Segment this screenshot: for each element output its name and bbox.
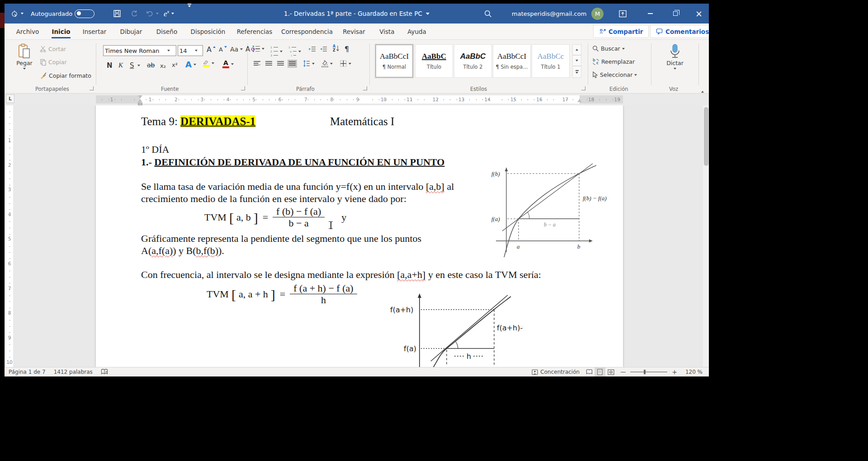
account-avatar[interactable]: M	[591, 4, 604, 24]
tab-disposicion[interactable]: Disposición	[189, 24, 227, 39]
tab-diseno[interactable]: Diseño	[154, 24, 180, 39]
superscript-button[interactable]: x²	[172, 61, 178, 68]
zoom-level[interactable]: 120 %	[681, 367, 709, 376]
font-size-combo[interactable]: 14	[178, 45, 203, 56]
italic-button[interactable]: K	[118, 61, 123, 69]
font-color-button[interactable]: A	[222, 60, 234, 68]
style-sin-espaciado[interactable]: AaBbCcI ¶ Sin espa...	[493, 44, 531, 78]
doc-heading[interactable]: 1.- DEFINICIÓN DE DERIVADA DE UNA FUNCIÓ…	[141, 156, 444, 168]
styles-dialog-launcher[interactable]	[581, 86, 585, 90]
strikethrough-button[interactable]: ab	[147, 61, 155, 69]
select-button[interactable]: Seleccionar	[592, 71, 637, 78]
bullets-button[interactable]	[253, 46, 264, 52]
numbering-button[interactable]: 1 2 3	[270, 46, 283, 57]
style-titulo-1[interactable]: AaBbCc Título 1	[532, 44, 570, 78]
formula-tvm-aah[interactable]: TVM[a, a + h] = f (a + h) − f (a) h	[207, 282, 357, 306]
word-count[interactable]: 1412 palabras	[50, 367, 97, 376]
doc-day-line[interactable]: 1º DÍA	[141, 144, 169, 155]
align-center-button[interactable]	[265, 61, 272, 66]
tab-revisar[interactable]: Revisar	[340, 24, 368, 39]
comments-button[interactable]: Comentarios	[650, 25, 709, 38]
paste-button[interactable]: Pegar	[13, 43, 36, 70]
dictate-button[interactable]: Dictar	[661, 43, 689, 70]
underline-button[interactable]: S	[130, 61, 140, 70]
highlighter-icon	[203, 60, 210, 67]
zoom-slider[interactable]	[630, 372, 667, 372]
tab-inicio[interactable]: Inicio	[50, 24, 72, 39]
vertical-scrollbar[interactable]	[703, 105, 709, 367]
zoom-out-button[interactable]: —	[616, 367, 627, 376]
focus-mode-button[interactable]: Concentración	[528, 367, 584, 376]
ribbon-display-options-button[interactable]	[618, 4, 627, 24]
styles-gallery-more-button[interactable]	[572, 66, 581, 78]
styles-scroll-up-button[interactable]	[572, 44, 581, 55]
shading-button[interactable]	[321, 60, 333, 67]
print-layout-button[interactable]	[594, 367, 605, 376]
restore-button[interactable]	[665, 4, 685, 24]
subscript-button[interactable]: x₂	[160, 62, 166, 69]
doc-paragraph1-line1[interactable]: Se llama tasa de variación media de una …	[141, 181, 454, 193]
doc-title-right[interactable]: Matemáticas I	[330, 115, 394, 128]
multilevel-list-button[interactable]: 1 a i	[288, 46, 301, 57]
search-button[interactable]	[484, 4, 492, 24]
tab-ayuda[interactable]: Ayuda	[405, 24, 429, 39]
text-effects-button[interactable]: A	[185, 60, 196, 69]
chevron-down-icon	[193, 64, 196, 66]
line-spacing-button[interactable]	[303, 60, 315, 67]
paragraph-dialog-launcher[interactable]	[363, 86, 367, 90]
tab-archivo[interactable]: Archivo	[14, 24, 42, 39]
shrink-font-button[interactable]: A	[219, 46, 227, 53]
align-left-button[interactable]	[254, 61, 260, 66]
formula-tvm-ab[interactable]: TVM[a, b] = f (b) − f (a) b − a y	[204, 206, 346, 229]
change-case-button[interactable]: Aa	[230, 46, 243, 53]
borders-button[interactable]	[340, 60, 351, 67]
sort-button[interactable]: AZ	[333, 45, 340, 53]
close-button[interactable]: ×	[689, 4, 709, 24]
right-indent-marker[interactable]	[577, 99, 582, 102]
web-layout-button[interactable]	[605, 367, 616, 376]
tab-dibujar[interactable]: Dibujar	[118, 24, 145, 39]
style-titulo-2[interactable]: AaBbC Título 2	[454, 44, 492, 78]
doc-title-line[interactable]: Tema 9: DERIVADAS-1	[141, 115, 255, 128]
increase-indent-button[interactable]	[320, 46, 327, 52]
hanging-indent-marker[interactable]	[138, 99, 142, 102]
first-line-indent-marker[interactable]	[138, 95, 142, 99]
zoom-in-button[interactable]: +	[671, 367, 681, 376]
font-family-combo[interactable]: Times New Roman	[103, 45, 176, 56]
page-indicator[interactable]: Página 1 de 7	[5, 367, 50, 376]
tab-insertar[interactable]: Insertar	[80, 24, 108, 39]
proofing-status-button[interactable]	[97, 367, 112, 376]
read-mode-button[interactable]	[584, 367, 594, 376]
font-dialog-launcher[interactable]	[241, 86, 245, 90]
minimize-button[interactable]	[640, 4, 660, 24]
doc-paragraph2-line2[interactable]: A(a,f(a)) y B(b,f(b)).	[141, 245, 224, 257]
tab-vista[interactable]: Vista	[377, 24, 397, 39]
style-normal[interactable]: AaBbCcI ¶ Normal	[375, 44, 413, 78]
account-email[interactable]: matesperidis@gmail.com	[512, 4, 586, 24]
bold-button[interactable]: N	[107, 61, 113, 70]
tab-stop-selector[interactable]: L	[6, 94, 14, 103]
doc-paragraph3[interactable]: Con frecuencia, al intervalo se le desig…	[141, 269, 541, 281]
share-button[interactable]: Compartir	[593, 25, 649, 38]
tab-correspondencia[interactable]: Correspondencia	[282, 24, 332, 39]
horizontal-ruler[interactable]: 1 12345678910111213141516171819	[96, 95, 623, 103]
show-marks-button[interactable]: ¶	[344, 45, 349, 53]
align-right-button[interactable]	[277, 61, 284, 66]
styles-scroll-down-button[interactable]	[572, 55, 581, 66]
replace-button[interactable]: b c Reemplazar	[592, 58, 635, 65]
doc-paragraph2-line1[interactable]: Gráficamente representa la pendiente del…	[141, 233, 421, 245]
tab-referencias[interactable]: Referencias	[236, 24, 273, 39]
document-page[interactable]: Tema 9: DERIVADAS-1 Matemáticas I 1º DÍA…	[96, 105, 623, 367]
style-titulo[interactable]: AaBbC Título	[415, 44, 453, 78]
zoom-slider-thumb[interactable]	[644, 370, 646, 374]
vertical-ruler[interactable]: 12345678910	[6, 105, 13, 367]
justify-button[interactable]	[289, 61, 296, 66]
decrease-indent-button[interactable]	[308, 46, 316, 52]
clipboard-dialog-launcher[interactable]	[90, 86, 94, 90]
find-button[interactable]: Buscar	[592, 45, 625, 52]
grow-font-button[interactable]: A	[207, 45, 216, 54]
scrollbar-thumb[interactable]	[704, 107, 708, 166]
format-painter-button[interactable]: Copiar formato	[40, 72, 91, 79]
doc-paragraph1-line2[interactable]: crecimiento medio de la función en ese i…	[141, 193, 406, 205]
highlight-button[interactable]	[203, 60, 214, 67]
